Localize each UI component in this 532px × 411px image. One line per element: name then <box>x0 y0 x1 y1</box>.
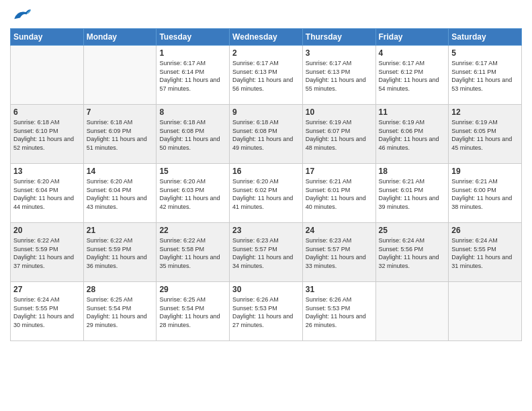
calendar-cell: 21Sunrise: 6:22 AM Sunset: 5:59 PM Dayli… <box>83 223 157 282</box>
day-number: 23 <box>232 226 300 235</box>
cell-info: Sunrise: 6:18 AM Sunset: 6:08 PM Dayligh… <box>232 118 300 152</box>
calendar-cell: 15Sunrise: 6:20 AM Sunset: 6:03 PM Dayli… <box>157 164 230 223</box>
day-number: 19 <box>451 167 519 176</box>
calendar-cell: 25Sunrise: 6:24 AM Sunset: 5:56 PM Dayli… <box>375 223 449 282</box>
day-number: 22 <box>159 226 226 235</box>
weekday-header: Thursday <box>302 29 375 46</box>
cell-info: Sunrise: 6:19 AM Sunset: 6:07 PM Dayligh… <box>306 118 373 152</box>
cell-info: Sunrise: 6:18 AM Sunset: 6:08 PM Dayligh… <box>159 118 226 152</box>
cell-info: Sunrise: 6:22 AM Sunset: 5:59 PM Dayligh… <box>13 236 81 270</box>
day-number: 12 <box>451 107 519 117</box>
cell-info: Sunrise: 6:17 AM Sunset: 6:13 PM Dayligh… <box>306 59 373 93</box>
cell-info: Sunrise: 6:24 AM Sunset: 5:56 PM Dayligh… <box>379 236 446 270</box>
calendar-cell: 19Sunrise: 6:21 AM Sunset: 6:00 PM Dayli… <box>449 164 522 223</box>
cell-info: Sunrise: 6:20 AM Sunset: 6:02 PM Dayligh… <box>232 177 300 211</box>
day-number: 1 <box>159 48 226 58</box>
day-number: 6 <box>13 107 81 117</box>
day-number: 17 <box>306 167 373 176</box>
day-number: 5 <box>451 48 519 58</box>
day-number: 2 <box>232 48 300 58</box>
cell-info: Sunrise: 6:17 AM Sunset: 6:13 PM Dayligh… <box>232 59 300 93</box>
calendar-cell: 1Sunrise: 6:17 AM Sunset: 6:14 PM Daylig… <box>157 46 230 105</box>
calendar-cell: 26Sunrise: 6:24 AM Sunset: 5:55 PM Dayli… <box>449 223 522 282</box>
calendar-cell: 2Sunrise: 6:17 AM Sunset: 6:13 PM Daylig… <box>230 46 303 105</box>
cell-info: Sunrise: 6:23 AM Sunset: 5:57 PM Dayligh… <box>232 236 300 270</box>
day-number: 3 <box>306 48 373 58</box>
logo <box>10 7 32 23</box>
cell-info: Sunrise: 6:19 AM Sunset: 6:06 PM Dayligh… <box>379 118 446 152</box>
day-number: 26 <box>451 226 519 235</box>
day-number: 16 <box>232 167 300 176</box>
day-number: 18 <box>379 167 446 176</box>
cell-info: Sunrise: 6:17 AM Sunset: 6:14 PM Dayligh… <box>159 59 226 93</box>
calendar-cell: 23Sunrise: 6:23 AM Sunset: 5:57 PM Dayli… <box>230 223 303 282</box>
cell-info: Sunrise: 6:21 AM Sunset: 6:01 PM Dayligh… <box>306 177 373 211</box>
cell-info: Sunrise: 6:23 AM Sunset: 5:57 PM Dayligh… <box>306 236 373 270</box>
calendar-cell: 17Sunrise: 6:21 AM Sunset: 6:01 PM Dayli… <box>302 164 375 223</box>
calendar-cell: 14Sunrise: 6:20 AM Sunset: 6:04 PM Dayli… <box>83 164 157 223</box>
calendar-cell: 4Sunrise: 6:17 AM Sunset: 6:12 PM Daylig… <box>375 46 449 105</box>
calendar-cell: 13Sunrise: 6:20 AM Sunset: 6:04 PM Dayli… <box>11 164 84 223</box>
calendar-cell: 29Sunrise: 6:25 AM Sunset: 5:54 PM Dayli… <box>157 282 230 341</box>
day-number: 28 <box>87 285 154 294</box>
cell-info: Sunrise: 6:18 AM Sunset: 6:10 PM Dayligh… <box>13 118 81 152</box>
cell-info: Sunrise: 6:22 AM Sunset: 5:59 PM Dayligh… <box>87 236 154 270</box>
day-number: 31 <box>306 285 373 294</box>
calendar-cell: 20Sunrise: 6:22 AM Sunset: 5:59 PM Dayli… <box>11 223 84 282</box>
cell-info: Sunrise: 6:20 AM Sunset: 6:04 PM Dayligh… <box>87 177 154 211</box>
calendar-cell <box>83 46 157 105</box>
calendar-cell: 27Sunrise: 6:24 AM Sunset: 5:55 PM Dayli… <box>11 282 84 341</box>
calendar-cell: 10Sunrise: 6:19 AM Sunset: 6:07 PM Dayli… <box>302 105 375 164</box>
calendar-cell <box>11 46 84 105</box>
day-number: 30 <box>232 285 300 294</box>
logo-bird-icon <box>11 7 32 26</box>
cell-info: Sunrise: 6:20 AM Sunset: 6:03 PM Dayligh… <box>159 177 226 211</box>
cell-info: Sunrise: 6:21 AM Sunset: 6:00 PM Dayligh… <box>451 177 519 211</box>
calendar-cell: 16Sunrise: 6:20 AM Sunset: 6:02 PM Dayli… <box>230 164 303 223</box>
day-number: 10 <box>306 107 373 117</box>
cell-info: Sunrise: 6:17 AM Sunset: 6:12 PM Dayligh… <box>379 59 446 93</box>
header <box>10 7 522 23</box>
weekday-header: Friday <box>375 29 449 46</box>
calendar-cell: 8Sunrise: 6:18 AM Sunset: 6:08 PM Daylig… <box>157 105 230 164</box>
calendar-cell: 6Sunrise: 6:18 AM Sunset: 6:10 PM Daylig… <box>11 105 84 164</box>
cell-info: Sunrise: 6:26 AM Sunset: 5:53 PM Dayligh… <box>306 295 373 329</box>
calendar-cell <box>375 282 449 341</box>
cell-info: Sunrise: 6:20 AM Sunset: 6:04 PM Dayligh… <box>13 177 81 211</box>
calendar-cell: 7Sunrise: 6:18 AM Sunset: 6:09 PM Daylig… <box>83 105 157 164</box>
weekday-header: Tuesday <box>157 29 230 46</box>
page: SundayMondayTuesdayWednesdayThursdayFrid… <box>0 0 532 411</box>
cell-info: Sunrise: 6:25 AM Sunset: 5:54 PM Dayligh… <box>159 295 226 329</box>
calendar-cell: 28Sunrise: 6:25 AM Sunset: 5:54 PM Dayli… <box>83 282 157 341</box>
day-number: 13 <box>13 167 81 176</box>
calendar-cell <box>449 282 522 341</box>
day-number: 4 <box>379 48 446 58</box>
calendar-cell: 30Sunrise: 6:26 AM Sunset: 5:53 PM Dayli… <box>230 282 303 341</box>
calendar-cell: 11Sunrise: 6:19 AM Sunset: 6:06 PM Dayli… <box>375 105 449 164</box>
day-number: 21 <box>87 226 154 235</box>
calendar-cell: 31Sunrise: 6:26 AM Sunset: 5:53 PM Dayli… <box>302 282 375 341</box>
day-number: 24 <box>306 226 373 235</box>
day-number: 8 <box>159 107 226 117</box>
calendar-cell: 18Sunrise: 6:21 AM Sunset: 6:01 PM Dayli… <box>375 164 449 223</box>
day-number: 7 <box>87 107 154 117</box>
calendar-table: SundayMondayTuesdayWednesdayThursdayFrid… <box>10 28 522 341</box>
day-number: 9 <box>232 107 300 117</box>
calendar-cell: 22Sunrise: 6:22 AM Sunset: 5:58 PM Dayli… <box>157 223 230 282</box>
day-number: 27 <box>13 285 81 294</box>
cell-info: Sunrise: 6:25 AM Sunset: 5:54 PM Dayligh… <box>87 295 154 329</box>
cell-info: Sunrise: 6:22 AM Sunset: 5:58 PM Dayligh… <box>159 236 226 270</box>
day-number: 11 <box>379 107 446 117</box>
day-number: 20 <box>13 226 81 235</box>
cell-info: Sunrise: 6:26 AM Sunset: 5:53 PM Dayligh… <box>232 295 300 329</box>
day-number: 15 <box>159 167 226 176</box>
weekday-header: Monday <box>83 29 157 46</box>
day-number: 25 <box>379 226 446 235</box>
weekday-header: Wednesday <box>230 29 303 46</box>
calendar-cell: 5Sunrise: 6:17 AM Sunset: 6:11 PM Daylig… <box>449 46 522 105</box>
calendar-cell: 24Sunrise: 6:23 AM Sunset: 5:57 PM Dayli… <box>302 223 375 282</box>
cell-info: Sunrise: 6:17 AM Sunset: 6:11 PM Dayligh… <box>451 59 519 93</box>
cell-info: Sunrise: 6:21 AM Sunset: 6:01 PM Dayligh… <box>379 177 446 211</box>
day-number: 14 <box>87 167 154 176</box>
cell-info: Sunrise: 6:19 AM Sunset: 6:05 PM Dayligh… <box>451 118 519 152</box>
